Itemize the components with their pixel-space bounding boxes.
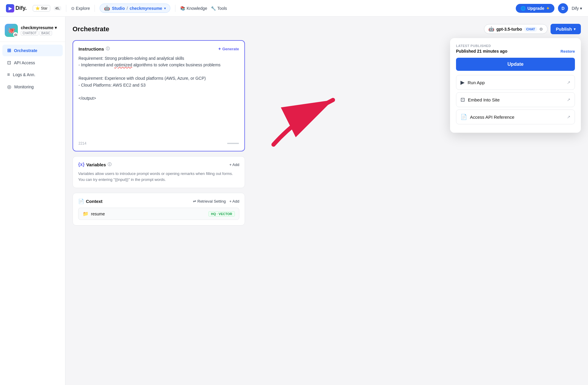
resume-name-text: resume [91,212,105,216]
instructions-footer: 2214 [78,141,239,145]
variables-icon: {x} [78,162,84,167]
sidebar-item-api-access[interactable]: ⊡ API Access [2,57,63,68]
app-tags: CHATBOT BASIC [21,31,57,35]
studio-label: Studio [112,6,125,11]
red-arrow [250,64,345,148]
divider3 [175,5,175,12]
context-actions: ⇌ Retrieval Setting + Add [193,199,239,204]
divider2 [95,5,95,12]
app-tag-chatbot: CHATBOT [21,31,38,35]
publish-panel: LATEST PUBLISHED Published 21 minutes ag… [450,38,581,133]
resume-name: 📁 resume [83,211,105,217]
context-icon: 📄 [78,198,84,204]
char-count: 2214 [78,141,87,145]
tools-nav[interactable]: 🔧 Tools [211,6,227,11]
update-button[interactable]: Update [456,58,575,71]
app-icon: 🐙 🤖 [5,24,18,37]
knowledge-label: Knowledge [187,6,207,11]
upgrade-label: Upgrade [527,6,544,11]
resume-item[interactable]: 📁 resume HQ · VECTOR [78,208,239,220]
underline-text: optimized [114,62,132,67]
app-name-path: checkmyresume [130,6,162,11]
variables-description: Variables allow users to introduce promp… [78,171,239,182]
user-avatar[interactable]: D [558,3,568,13]
instructions-box: Instructions ⓘ ✦ Generate Requirement: S… [73,40,245,151]
context-label: Context [86,199,103,204]
user-chevron-icon: ▾ [580,6,582,11]
sidebar: 🐙 🤖 checkmyresume ▾ CHATBOT BASIC ⊞ Orch… [0,17,65,385]
model-selector[interactable]: 🤖 gpt-3.5-turbo CHAT ⚙ [484,24,548,34]
logo-text: Dify. [15,5,27,11]
instructions-info-icon[interactable]: ⓘ [106,46,110,51]
tools-label: Tools [217,6,227,11]
star-label: Star [41,6,48,10]
logs-label: Logs & Ann. [13,72,35,77]
page-title: Orchestrate [73,25,109,33]
restore-button[interactable]: Restore [561,49,575,54]
sidebar-item-logs[interactable]: ≡ Logs & Ann. [2,69,63,80]
model-name: gpt-3.5-turbo [496,27,522,32]
publish-label: Publish [556,26,572,32]
instructions-title: Instructions ⓘ [78,46,110,51]
api-reference-item[interactable]: 📄 Access API Reference ↗ [456,109,575,124]
header-right: 🤖 gpt-3.5-turbo CHAT ⚙ Publish ▾ [484,24,581,34]
orchestrate-icon: ⊞ [7,48,11,53]
monitoring-icon: ◎ [7,84,11,90]
resume-badge: HQ · VECTOR [208,211,235,217]
logo-icon: ▶ [6,4,14,12]
upgrade-star-icon: ✦ [546,6,550,11]
divider [66,5,66,12]
explore-nav[interactable]: ⊙ Explore [71,6,90,11]
studio-path[interactable]: 🤖 Studio / checkmyresume ▾ [100,4,170,13]
app-info: checkmyresume ▾ CHATBOT BASIC [21,25,57,35]
api-icon: ⊡ [7,60,11,65]
user-menu[interactable]: Dify ▾ [572,6,582,11]
tools-icon: 🔧 [211,6,216,11]
knowledge-nav[interactable]: 📚 Knowledge [180,6,207,11]
model-settings-icon[interactable]: ⚙ [539,27,543,32]
github-star-button[interactable]: ⭐ Star [33,5,50,12]
embed-site-item[interactable]: ⊡ Embed Into Site ↗ [456,92,575,107]
run-app-left: ▶ Run App [460,79,485,86]
resume-icon: 📁 [83,211,89,217]
instructions-label: Instructions [78,46,104,51]
main-layout: 🐙 🤖 checkmyresume ▾ CHATBOT BASIC ⊞ Orch… [0,17,588,385]
sidebar-item-monitoring[interactable]: ◎ Monitoring [2,81,63,93]
variables-box: {x} Variables ⓘ + Add Variables allow us… [73,156,245,188]
retrieval-setting-button[interactable]: ⇌ Retrieval Setting [193,199,226,204]
topnav: ▶ Dify. ⭐ Star 45, ⊙ Explore 🤖 Studio / … [0,0,588,17]
main-content: Orchestrate 🤖 gpt-3.5-turbo CHAT ⚙ Publi… [65,17,588,385]
sidebar-app-header[interactable]: 🐙 🤖 checkmyresume ▾ CHATBOT BASIC [0,21,65,42]
api-label: API Access [14,60,35,65]
embed-site-label: Embed Into Site [468,97,500,102]
knowledge-icon: 📚 [180,6,185,11]
api-reference-icon: 📄 [460,114,467,120]
sidebar-item-orchestrate[interactable]: ⊞ Orchestrate [2,45,63,56]
app-name-chevron: ▾ [55,25,57,30]
page-header: Orchestrate 🤖 gpt-3.5-turbo CHAT ⚙ Publi… [73,24,581,34]
context-header: 📄 Context ⇌ Retrieval Setting + Add [78,198,239,204]
user-label-text: Dify [572,6,579,11]
run-app-item[interactable]: ▶ Run App ↗ [456,75,575,90]
github-icon: ⭐ [35,6,40,10]
embed-site-external-icon: ↗ [567,97,570,102]
variables-add-button[interactable]: + Add [229,162,239,167]
explore-icon: ⊙ [71,6,75,11]
dify-logo[interactable]: ▶ Dify. [6,4,27,12]
context-box: 📄 Context ⇌ Retrieval Setting + Add 📁 re… [73,193,245,226]
context-add-label: + Add [229,199,239,204]
user-initial: D [562,6,565,11]
generate-button[interactable]: ✦ Generate [218,47,239,51]
model-type-badge: CHAT [524,27,537,32]
publish-button[interactable]: Publish ▾ [551,24,581,34]
retrieval-label: ⇌ Retrieval Setting [193,199,226,204]
context-add-button[interactable]: + Add [229,199,239,204]
instructions-text[interactable]: Requirement: Strong problem-solving and … [78,55,239,138]
model-icon: 🤖 [488,26,494,32]
variables-info-icon[interactable]: ⓘ [108,162,111,167]
upgrade-button[interactable]: 🌐 Upgrade ✦ [516,4,554,13]
variables-add-label: + Add [229,162,239,167]
run-app-label: Run App [468,80,485,85]
embed-site-icon: ⊡ [460,96,465,103]
star-count: 45, [54,6,61,10]
